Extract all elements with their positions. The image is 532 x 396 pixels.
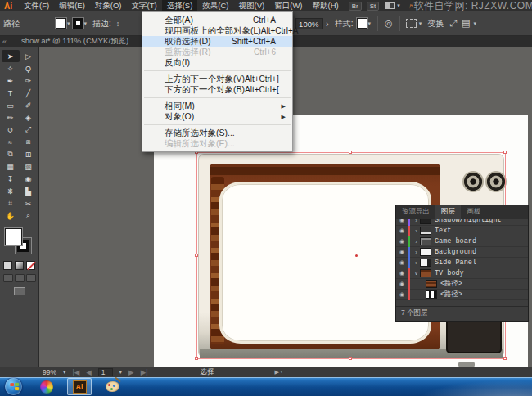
menu-item-对象O[interactable]: 对象(O)▶ bbox=[142, 111, 292, 122]
menu-item-下方的下一个对象B[interactable]: 下方的下一个对象(B)Alt+Ctrl+[ bbox=[142, 84, 292, 95]
layer-thumbnail[interactable] bbox=[420, 237, 431, 245]
menubar-item-窗口W[interactable]: 窗口(W) bbox=[269, 0, 307, 11]
paintbrush-tool[interactable]: ✐ bbox=[20, 99, 38, 111]
expand-arrow-icon[interactable]: › bbox=[413, 219, 420, 223]
visibility-eye-icon[interactable]: ◉ bbox=[396, 249, 408, 255]
arrange-documents-button[interactable]: ▾ bbox=[385, 2, 400, 9]
hand-tool[interactable]: ✋ bbox=[2, 209, 20, 222]
chevron-down-icon[interactable]: ▾ bbox=[67, 20, 70, 27]
layer-thumbnail[interactable] bbox=[420, 259, 431, 267]
panel-options-icon[interactable]: ▤ bbox=[462, 18, 470, 29]
anchor-handle[interactable] bbox=[195, 254, 198, 257]
layer-name[interactable]: TV body bbox=[435, 269, 464, 277]
visibility-eye-icon[interactable]: ◉ bbox=[396, 219, 408, 223]
chevron-down-icon[interactable]: ▾ bbox=[84, 20, 88, 27]
chevron-down-icon[interactable]: ▾ bbox=[473, 20, 476, 27]
visibility-eye-icon[interactable]: ◉ bbox=[396, 238, 408, 245]
layers-panel-tab-资源导出[interactable]: 资源导出 bbox=[396, 205, 435, 219]
menubar-item-选择S[interactable]: 选择(S) bbox=[162, 0, 198, 11]
free-transform-tool[interactable]: ⧈ bbox=[20, 136, 38, 148]
layers-panel-tab-图层[interactable]: 图层 bbox=[435, 205, 461, 219]
menubar-item-文字T[interactable]: 文字(T) bbox=[127, 0, 162, 11]
width-tool[interactable]: ≈ bbox=[2, 136, 20, 148]
anchor-handle[interactable] bbox=[349, 151, 352, 154]
eyedropper-tool[interactable]: ↧ bbox=[2, 173, 20, 185]
none-mode-button[interactable] bbox=[26, 261, 35, 270]
rectangle-tool[interactable]: ▭ bbox=[2, 99, 20, 111]
layer-row[interactable]: ◉<路径> bbox=[396, 279, 528, 290]
isolate-selected-object-icon[interactable]: ⤢ bbox=[449, 18, 457, 29]
chevron-down-icon[interactable]: ▾ bbox=[419, 20, 422, 27]
visibility-eye-icon[interactable]: ◉ bbox=[396, 227, 408, 234]
magic-wand-tool[interactable]: ✧ bbox=[2, 62, 20, 74]
layer-thumbnail[interactable] bbox=[420, 227, 431, 235]
slice-tool[interactable]: ✂ bbox=[20, 197, 38, 209]
anchor-handle[interactable] bbox=[349, 357, 352, 360]
column-graph-tool[interactable]: ▙ bbox=[20, 185, 38, 197]
document-tab[interactable]: show.ai* @ 111% (CMYK/预览) bbox=[13, 36, 137, 47]
screen-mode-button[interactable] bbox=[14, 287, 25, 295]
blend-tool[interactable]: ◉ bbox=[20, 173, 38, 185]
expand-arrow-icon[interactable]: › bbox=[413, 250, 420, 255]
perspective-grid-tool[interactable]: ⊞ bbox=[20, 148, 38, 160]
scrollbar-arrows[interactable]: ▶ ‹ bbox=[274, 369, 282, 376]
recolor-artwork-icon[interactable]: ◎ bbox=[385, 18, 393, 29]
illustrator-taskbar-button[interactable]: Ai bbox=[67, 378, 92, 395]
style-swatch[interactable] bbox=[357, 18, 367, 29]
expand-arrow-icon[interactable]: ∨ bbox=[413, 270, 420, 277]
prev-artboard-button[interactable]: ◀ bbox=[86, 368, 92, 376]
draw-inside-button[interactable] bbox=[26, 274, 36, 282]
symbol-sprayer-tool[interactable]: ❋ bbox=[2, 185, 20, 197]
visibility-eye-icon[interactable]: ◉ bbox=[396, 291, 408, 298]
zoom-dropdown-icon[interactable]: ▾ bbox=[63, 369, 66, 376]
layer-thumbnail[interactable] bbox=[426, 280, 437, 288]
menu-item-上方的下一个对象V[interactable]: 上方的下一个对象(V)Alt+Ctrl+] bbox=[142, 74, 292, 84]
layers-panel-tab-画板[interactable]: 画板 bbox=[461, 205, 486, 219]
layer-name[interactable]: Game board bbox=[435, 237, 476, 245]
menubar-item-对象O[interactable]: 对象(O) bbox=[90, 0, 127, 11]
pinwheel-app-icon[interactable] bbox=[34, 378, 59, 395]
gradient-tool[interactable]: ▨ bbox=[20, 160, 38, 173]
next-artboard-button[interactable]: ▶ bbox=[128, 368, 134, 376]
type-tool[interactable]: T bbox=[2, 87, 20, 99]
layer-name[interactable]: Text bbox=[435, 227, 451, 235]
visibility-eye-icon[interactable]: ◉ bbox=[396, 270, 408, 277]
gradient-mode-button[interactable] bbox=[15, 261, 24, 270]
paint-app-icon[interactable] bbox=[100, 378, 124, 395]
stock-button[interactable]: St bbox=[367, 2, 380, 11]
chevron-down-icon[interactable]: ▾ bbox=[368, 20, 372, 27]
fill-swatch[interactable] bbox=[56, 18, 66, 29]
expand-arrow-icon[interactable]: › bbox=[413, 239, 420, 245]
mesh-tool[interactable]: ▦ bbox=[2, 160, 20, 173]
blob-brush-tool[interactable]: ✑ bbox=[20, 74, 38, 87]
artboard-dropdown-icon[interactable]: ▾ bbox=[119, 369, 123, 376]
menu-item-现用画板上的全部对象L[interactable]: 现用画板上的全部对象(L)Alt+Ctrl+A bbox=[142, 25, 292, 36]
layer-row[interactable]: ◉∨TV body bbox=[396, 268, 528, 279]
menu-item-相同M[interactable]: 相同(M)▶ bbox=[142, 101, 292, 111]
artboard-tool[interactable]: ⌗ bbox=[2, 197, 20, 209]
first-artboard-button[interactable]: |◀ bbox=[73, 368, 80, 376]
collapse-panels-icon[interactable]: « bbox=[2, 38, 7, 46]
bridge-button[interactable]: Br bbox=[349, 2, 362, 11]
stroke-weight-stepper[interactable]: ↕ bbox=[116, 20, 120, 28]
draw-behind-button[interactable] bbox=[15, 274, 25, 282]
expand-arrow-icon[interactable]: › bbox=[413, 260, 420, 266]
selection-tool[interactable]: ➤ bbox=[2, 50, 20, 62]
menubar-item-效果C[interactable]: 效果(C) bbox=[197, 0, 233, 11]
layer-thumbnail[interactable] bbox=[420, 219, 431, 224]
layer-thumbnail[interactable] bbox=[420, 269, 431, 277]
direct-selection-tool[interactable]: ▷ bbox=[20, 50, 38, 62]
fill-proxy-swatch[interactable] bbox=[5, 228, 22, 245]
layer-name[interactable]: Side Panel bbox=[435, 259, 476, 267]
menu-item-存储所选对象S[interactable]: 存储所选对象(S)... bbox=[142, 128, 292, 138]
opacity-field[interactable]: 100% bbox=[295, 18, 323, 29]
visibility-eye-icon[interactable]: ◉ bbox=[396, 259, 408, 266]
opacity-more-button[interactable]: › bbox=[326, 19, 329, 29]
align-icon[interactable] bbox=[406, 19, 417, 28]
anchor-handle[interactable] bbox=[503, 357, 507, 360]
visibility-eye-icon[interactable]: ◉ bbox=[396, 281, 408, 287]
layer-name[interactable]: Shadow/Highlight bbox=[435, 219, 502, 224]
menu-item-全部A[interactable]: 全部(A)Ctrl+A bbox=[142, 15, 292, 25]
expand-arrow-icon[interactable]: › bbox=[413, 228, 420, 234]
layer-row[interactable]: ◉›Text bbox=[396, 226, 528, 236]
